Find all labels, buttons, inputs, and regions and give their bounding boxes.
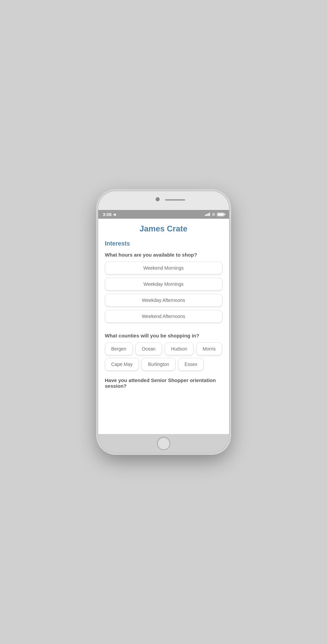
phone-top-bezel bbox=[98, 191, 229, 210]
location-icon: ◀ bbox=[113, 213, 116, 216]
option-ocean[interactable]: Ocean bbox=[135, 342, 162, 355]
option-morris[interactable]: Morris bbox=[196, 342, 222, 355]
orientation-question: Have you attended Senior Shopper orienta… bbox=[105, 377, 222, 389]
hours-question: What hours are you available to shop? bbox=[105, 252, 222, 258]
counties-question: What counties will you be shopping in? bbox=[105, 333, 222, 338]
counties-options-grid: Bergen Ocean Hudson Morris Cape May Burl… bbox=[105, 342, 222, 371]
option-weekday-afternoons[interactable]: Weekday Afternoons bbox=[105, 294, 222, 307]
option-hudson[interactable]: Hudson bbox=[165, 342, 194, 355]
battery-fill bbox=[218, 213, 224, 216]
phone-frame: 3:08 ◀ ⊙ James Crate Interes bbox=[98, 191, 229, 453]
home-button[interactable] bbox=[157, 437, 170, 450]
option-weekend-afternoons[interactable]: Weekend Afternoons bbox=[105, 310, 222, 323]
phone-screen: 3:08 ◀ ⊙ James Crate Interes bbox=[98, 210, 229, 434]
status-bar-right: ⊙ bbox=[205, 212, 224, 217]
status-bar: 3:08 ◀ ⊙ bbox=[98, 210, 229, 219]
wifi-icon: ⊙ bbox=[212, 212, 215, 217]
hours-options-list: Weekend Mornings Weekday Mornings Weekda… bbox=[105, 262, 222, 326]
option-essex[interactable]: Essex bbox=[178, 358, 204, 371]
interests-heading: Interests bbox=[105, 240, 222, 247]
signal-icon bbox=[205, 213, 210, 216]
option-cape-may[interactable]: Cape May bbox=[105, 358, 139, 371]
status-bar-left: 3:08 ◀ bbox=[103, 212, 116, 217]
battery-icon bbox=[217, 213, 224, 216]
option-bergen[interactable]: Bergen bbox=[105, 342, 133, 355]
option-weekday-mornings[interactable]: Weekday Mornings bbox=[105, 278, 222, 290]
profile-name: James Crate bbox=[105, 224, 222, 233]
scroll-content[interactable]: James Crate Interests What hours are you… bbox=[98, 219, 229, 434]
status-time: 3:08 bbox=[103, 212, 112, 217]
speaker bbox=[165, 199, 185, 201]
front-camera bbox=[156, 197, 160, 201]
option-burlington[interactable]: Burlington bbox=[142, 358, 175, 371]
option-weekend-mornings[interactable]: Weekend Mornings bbox=[105, 262, 222, 274]
phone-bottom-bezel bbox=[98, 434, 229, 453]
